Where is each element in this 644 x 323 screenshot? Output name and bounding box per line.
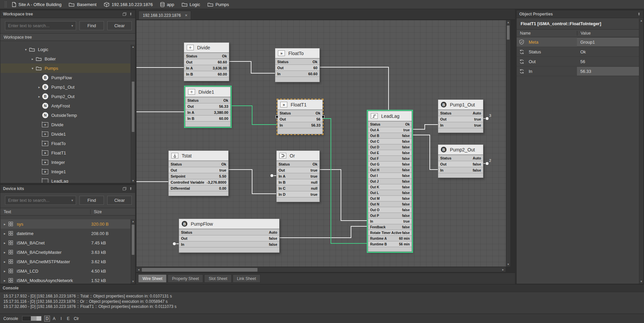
slot-row[interactable]: Outtrue — [438, 116, 483, 122]
slot-row[interactable]: Out56.33 — [185, 103, 230, 109]
block-or[interactable]: OrStatusOkOuttrueIn AtrueIn BnullIn Cnul… — [276, 150, 320, 202]
slot-row[interactable]: StatusAuto — [438, 155, 483, 161]
wire[interactable] — [320, 170, 368, 221]
kit-row-isma_bacnetmstpmaster[interactable]: ▸iSMA_BACnetMSTPMaster3.62 kB — [1, 257, 130, 266]
chevron-expanded-icon[interactable]: ▾ — [30, 66, 35, 70]
canvas-vertical-scrollbar[interactable]: ▲ ▼ — [506, 20, 510, 267]
slot-row[interactable]: Out Ifalse — [368, 173, 412, 178]
tree-item-intege1[interactable]: »Intege1 — [1, 167, 130, 176]
block-divide1[interactable]: ÷Divide1StatusOkOut56.33In A3,380.00In B… — [185, 87, 231, 127]
scroll-left-icon[interactable]: ◄ — [136, 267, 141, 272]
slot-row[interactable]: Outtrue — [277, 167, 319, 173]
console-filter-d[interactable]: D — [44, 316, 50, 322]
slot-row[interactable]: StatusOk — [368, 121, 412, 127]
window-icon[interactable] — [123, 187, 126, 190]
tree-item-floatt1[interactable]: »FloatT1 — [1, 148, 130, 157]
toolbar-grip[interactable] — [5, 1, 7, 7]
object-properties-scrollbar[interactable]: ▲ ▼ — [639, 18, 643, 284]
slot-row[interactable]: In B60.00 — [185, 115, 230, 121]
property-value[interactable]: Group1 — [577, 38, 643, 46]
slot-row[interactable]: In Atrue — [277, 173, 319, 179]
chevron-collapsed-icon[interactable]: ▸ — [2, 232, 7, 235]
chevron-collapsed-icon[interactable]: ▸ — [2, 269, 7, 273]
slot-row[interactable]: Rotate Timer Activefalse — [368, 230, 412, 235]
tree-item-antyfrost[interactable]: NAntyFrost — [1, 101, 130, 110]
slot-row[interactable]: Out Lfalse — [368, 190, 412, 195]
slot-row[interactable]: Intrue — [368, 218, 412, 224]
chevron-collapsed-icon[interactable]: ▸ — [30, 57, 35, 61]
tree-item-leadlag[interactable]: LeadLag — [1, 176, 130, 183]
kit-row-isma_bacnetipmaster[interactable]: ▸iSMA_BACnetIpMaster3.63 kB — [1, 247, 130, 257]
chevron-collapsed-icon[interactable]: ▸ — [37, 85, 42, 89]
wire-sheet-canvas[interactable]: 32 ▲ ▼ ÷DivideStatusOkOut60.60In A3,636.… — [136, 20, 510, 267]
block-pump2_out[interactable]: BPump2_OutStatusAutoOutfalseInfalse — [438, 144, 483, 178]
slot-row[interactable]: Outfalse — [438, 161, 483, 167]
property-row-in[interactable]: In56.33 — [517, 66, 643, 76]
slot-row[interactable]: Outtrue — [169, 167, 228, 173]
wire[interactable] — [229, 61, 275, 73]
tab-wire-sheet[interactable]: Wire Sheet — [138, 274, 167, 283]
tree-item-divide1[interactable]: ÷Divide1 — [1, 129, 130, 139]
slot-row[interactable]: Out Hfalse — [368, 167, 412, 173]
workspace-tree-search-input[interactable] — [8, 23, 71, 28]
chevron-collapsed-icon[interactable]: ▸ — [2, 241, 7, 245]
block-divide[interactable]: ÷DivideStatusOkOut60.60In A3,636.00In B6… — [184, 42, 229, 81]
slot-row[interactable]: Runtime B56 min — [368, 241, 412, 247]
slot-row[interactable]: In Cnull — [277, 185, 319, 191]
slot-row[interactable]: In Dtrue — [277, 191, 319, 197]
wire[interactable] — [412, 125, 438, 129]
chevron-collapsed-icon[interactable]: ▸ — [2, 250, 7, 254]
slot-row[interactable]: StatusOk — [278, 110, 323, 116]
tab-link-sheet[interactable]: Link Sheet — [233, 274, 260, 283]
link-dot-icon[interactable] — [485, 117, 489, 120]
breadcrumb-item[interactable]: app — [160, 2, 174, 7]
document-tab[interactable]: 192.168.10.223:1876 × — [138, 11, 191, 19]
workspace-tree-clear-button[interactable]: Clear — [107, 21, 132, 30]
wire[interactable] — [231, 106, 277, 125]
console-filter-a[interactable]: A — [51, 316, 57, 322]
wire[interactable] — [229, 170, 276, 194]
device-kits-scrollbar[interactable]: ▲ ▼ — [131, 219, 135, 284]
slot-row[interactable]: StatusOk — [275, 58, 319, 64]
device-kits-find-button[interactable]: Find — [79, 196, 104, 205]
tab-property-sheet[interactable]: Property Sheet — [168, 274, 203, 283]
breadcrumb-item[interactable]: Basement — [69, 2, 97, 7]
block-floatto[interactable]: »FloatToStatusOkOut60In60.60 — [275, 48, 320, 82]
link-dot-icon[interactable] — [173, 242, 176, 245]
slot-row[interactable]: Out60.60 — [184, 59, 229, 65]
chevron-collapsed-icon[interactable]: ▸ — [2, 279, 7, 282]
tree-item-pump1_out[interactable]: ▸BPump1_Out — [1, 82, 130, 92]
canvas-horizontal-scrollbar[interactable]: ◄ ► — [136, 267, 506, 272]
kit-row-isma_lcd[interactable]: ▸iSMA_LCD4.50 kB — [1, 266, 130, 276]
slot-row[interactable]: StatusOk — [185, 97, 230, 103]
slot-row[interactable]: Out Mfalse — [368, 195, 412, 201]
tree-item-outsidetemp[interactable]: NOutsideTemp — [1, 110, 130, 120]
scroll-up-icon[interactable]: ▲ — [131, 45, 135, 49]
slot-row[interactable]: Out Cfalse — [368, 138, 412, 144]
slot-row[interactable]: In A3,636.00 — [184, 65, 229, 71]
tree-item-pump2_out[interactable]: ▸BPump2_Out — [1, 92, 130, 101]
tree-item-floatto[interactable]: »FloatTo — [1, 139, 130, 148]
selection-handle[interactable] — [322, 116, 325, 118]
kit-row-isma_bacnet[interactable]: ▸iSMA_BACnet7.45 kB — [1, 238, 130, 247]
scroll-down-icon[interactable]: ▼ — [131, 279, 135, 284]
scrollbar-thumb[interactable] — [142, 268, 257, 272]
tab-slot-sheet[interactable]: Slot Sheet — [204, 274, 231, 283]
console-filter-clr[interactable]: Clr — [72, 316, 80, 322]
block-floatt1[interactable]: »FloatT1StatusOkOut56In56.33 — [277, 99, 323, 134]
slot-row[interactable]: Out Gfalse — [368, 161, 412, 167]
slot-row[interactable]: Controlled Variable-3,276.8000 — [169, 179, 228, 185]
tree-item-divide[interactable]: ÷Divide — [1, 120, 130, 129]
slot-row[interactable]: In A3,380.00 — [185, 109, 230, 115]
block-tstat[interactable]: TstatStatusOkOuttrueSetpoint5.50Controll… — [168, 150, 229, 196]
breadcrumb-item[interactable]: 192.168.10.223:1876 — [104, 2, 153, 7]
property-value[interactable]: Ok — [577, 47, 643, 56]
kit-row-isma_modbusasyncnetwork[interactable]: ▸iSMA_ModbusAsyncNetwork1.52 kB — [1, 276, 130, 283]
kit-row-sys[interactable]: ▸sys320.00 B — [1, 219, 130, 229]
block-pumpflow[interactable]: BPumpFlowStatusAutoOutfalseInfalse — [179, 219, 280, 253]
scrollbar-thumb[interactable] — [132, 82, 134, 132]
slot-row[interactable]: StatusAuto — [438, 110, 483, 116]
scrollbar-thumb[interactable] — [132, 225, 134, 255]
scroll-up-icon[interactable]: ▲ — [506, 20, 510, 25]
property-value[interactable]: 56.33 — [577, 67, 643, 76]
